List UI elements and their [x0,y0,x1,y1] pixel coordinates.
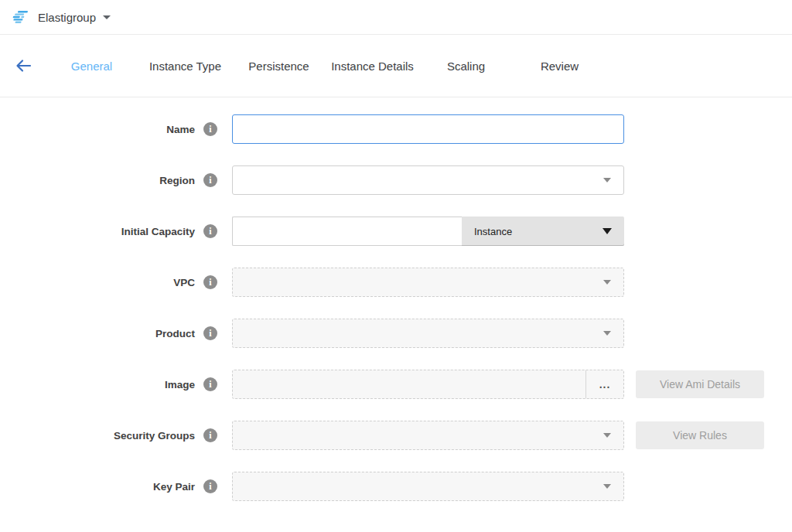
name-label: Name [0,124,195,135]
product-row: Product i [0,319,792,348]
chevron-down-icon [603,433,611,438]
image-row: Image i ... View Ami Details [0,370,792,399]
view-rules-button: View Rules [636,421,764,449]
chevron-down-icon[interactable] [103,15,111,19]
info-icon[interactable]: i [203,428,217,442]
capacity-unit-value: Instance [474,226,512,237]
info-icon[interactable]: i [203,224,217,238]
wizard-tab-bar: General Instance Type Persistence Instan… [0,35,792,97]
view-ami-details-button: View Ami Details [636,370,764,398]
initial-capacity-label: Initial Capacity [0,226,195,237]
brand-name: Elastigroup [38,11,96,24]
key-pair-row: Key Pair i [0,472,792,501]
info-icon[interactable]: i [203,377,217,391]
tab-general[interactable]: General [45,60,138,73]
browse-ami-button: ... [585,370,623,398]
vpc-row: VPC i [0,268,792,297]
key-pair-label: Key Pair [0,481,195,493]
chevron-down-icon [603,178,611,182]
region-label: Region [0,175,195,186]
info-icon[interactable]: i [203,479,217,493]
product-select [232,319,624,348]
image-input: ... [232,370,624,399]
key-pair-select [232,472,624,501]
region-row: Region i [0,165,792,195]
info-icon[interactable]: i [203,326,217,340]
tab-review[interactable]: Review [513,60,606,73]
tab-instance-details[interactable]: Instance Details [326,60,419,73]
tab-instance-type[interactable]: Instance Type [138,60,232,73]
initial-capacity-row: Initial Capacity i Instance [0,217,792,246]
chevron-down-icon [603,484,611,489]
product-label: Product [0,328,195,339]
security-groups-select [232,421,624,450]
vpc-label: VPC [0,277,195,288]
chevron-down-icon [603,228,612,234]
elastigroup-logo-icon [11,9,31,26]
general-settings-form: Name i Region i Initial Capacity i Insta… [0,97,792,501]
security-groups-row: Security Groups i View Rules [0,421,792,450]
region-select[interactable] [232,165,624,195]
capacity-unit-select[interactable]: Instance [462,217,624,246]
vpc-select [232,268,624,297]
security-groups-label: Security Groups [0,430,195,442]
chevron-down-icon [603,331,611,336]
name-input[interactable] [232,114,624,144]
tab-persistence[interactable]: Persistence [232,60,326,73]
top-bar: Elastigroup [0,0,792,35]
info-icon[interactable]: i [203,122,217,136]
info-icon[interactable]: i [203,173,217,187]
initial-capacity-input[interactable] [232,217,462,246]
info-icon[interactable]: i [203,275,217,289]
chevron-down-icon [603,280,611,285]
back-arrow-icon[interactable] [14,56,45,75]
name-row: Name i [0,114,792,144]
tab-scaling[interactable]: Scaling [419,60,513,73]
image-label: Image [0,379,195,390]
